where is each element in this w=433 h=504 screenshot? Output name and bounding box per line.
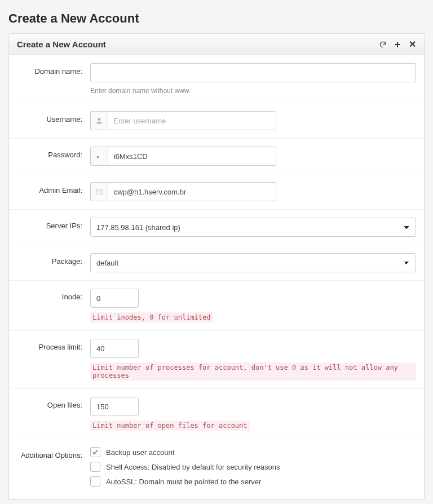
row-password: Password: <box>9 139 424 174</box>
option-backup: Backup user account <box>90 447 416 457</box>
row-server-ips: Server IPs: 177.85.98.161 (shared ip) <box>9 210 424 245</box>
process-limit-hint: Limit number of processes for account, d… <box>90 362 416 381</box>
row-admin-email: Admin Email: <box>9 174 424 210</box>
label-server-ips: Server IPs: <box>17 218 90 230</box>
shell-label: Shell Access: Disabled by default for se… <box>106 463 280 471</box>
plus-icon[interactable]: + <box>394 41 401 48</box>
label-username: Username: <box>17 111 90 123</box>
process-limit-input[interactable] <box>90 339 139 358</box>
domain-input[interactable] <box>90 63 416 82</box>
admin-email-input[interactable] <box>108 182 276 201</box>
label-process-limit: Process limit: <box>17 339 90 351</box>
svg-rect-2 <box>96 189 103 194</box>
option-autossl: AutoSSL: Domain must be pointed to the s… <box>90 476 416 487</box>
domain-hint: Enter domain name without www. <box>90 87 416 95</box>
label-open-files: Open files: <box>17 397 90 409</box>
package-select[interactable]: default <box>90 253 416 272</box>
row-domain: Domain name: Enter domain name without w… <box>9 55 424 103</box>
label-inode: Inode: <box>17 289 90 301</box>
row-open-files: Open files: Limit number of open files f… <box>9 389 424 439</box>
inode-input[interactable] <box>90 289 139 308</box>
open-files-input[interactable] <box>90 397 139 416</box>
key-icon <box>90 147 108 166</box>
label-package: Package: <box>17 253 90 266</box>
label-additional-options: Additional Options: <box>17 447 90 459</box>
panel-header-title: Create a New Account <box>17 39 106 49</box>
autossl-label: AutoSSL: Domain must be pointed to the s… <box>106 478 261 486</box>
refresh-icon[interactable] <box>379 41 387 48</box>
password-input[interactable] <box>108 147 276 166</box>
shell-checkbox[interactable] <box>90 462 100 472</box>
close-icon[interactable]: ✕ <box>408 41 416 48</box>
open-files-hint: Limit number of open files for account <box>90 421 250 431</box>
label-admin-email: Admin Email: <box>17 182 90 194</box>
row-inode: Inode: Limit inodes, 0 for unlimited <box>9 281 424 331</box>
backup-checkbox[interactable] <box>90 447 100 457</box>
option-shell: Shell Access: Disabled by default for se… <box>90 462 416 472</box>
row-process-limit: Process limit: Limit number of processes… <box>9 331 424 389</box>
svg-point-1 <box>96 156 99 158</box>
username-input[interactable] <box>108 111 276 130</box>
envelope-icon <box>90 182 108 201</box>
label-domain: Domain name: <box>17 63 90 76</box>
server-ips-select[interactable]: 177.85.98.161 (shared ip) <box>90 218 416 237</box>
backup-label: Backup user account <box>106 448 174 457</box>
create-account-panel: Create a New Account + ✕ Domain name: En… <box>8 33 425 500</box>
page-title: Create a New Account <box>8 8 425 26</box>
autossl-checkbox[interactable] <box>90 476 100 487</box>
inode-hint: Limit inodes, 0 for unlimited <box>90 312 213 322</box>
row-additional-options: Additional Options: Backup user account … <box>9 439 424 499</box>
label-password: Password: <box>17 147 90 159</box>
svg-point-0 <box>98 118 101 121</box>
panel-header-actions: + ✕ <box>379 41 416 48</box>
user-icon <box>90 111 108 130</box>
row-package: Package: default <box>9 245 424 281</box>
panel-header: Create a New Account + ✕ <box>9 34 424 55</box>
row-username: Username: <box>9 103 424 139</box>
